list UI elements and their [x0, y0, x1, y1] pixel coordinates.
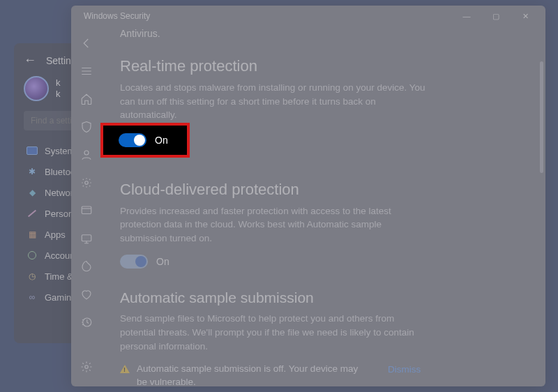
time-icon: ◷ — [27, 271, 38, 282]
svg-point-1 — [85, 181, 89, 185]
accounts-icon — [27, 250, 38, 261]
scrollbar[interactable] — [539, 47, 544, 379]
sidebar-firewall-icon[interactable] — [74, 170, 99, 195]
realtime-title: Real-time protection — [120, 57, 525, 75]
nav-label: System — [45, 146, 75, 156]
svg-point-0 — [84, 151, 89, 155]
avatar — [24, 76, 49, 101]
cloud-toggle[interactable] — [120, 255, 148, 269]
scrollbar-thumb[interactable] — [540, 61, 543, 173]
maximize-button[interactable]: ▢ — [483, 7, 509, 25]
system-icon — [27, 145, 38, 156]
sidebar-settings-icon[interactable] — [74, 354, 99, 379]
realtime-toggle-label: On — [155, 135, 168, 146]
sidebar-performance-icon[interactable] — [74, 254, 99, 279]
profile-name: k — [56, 77, 61, 89]
realtime-toggle[interactable] — [119, 133, 146, 147]
svg-rect-3 — [82, 235, 91, 241]
auto-sample-warning-text: Automatic sample submission is off. Your… — [137, 363, 367, 386]
svg-point-5 — [85, 365, 89, 369]
sidebar-device-icon[interactable] — [74, 226, 99, 251]
auto-sample-desc: Send sample files to Microsoft to help p… — [120, 312, 427, 353]
toggle-knob — [135, 256, 146, 267]
section-auto-sample: Automatic sample submission Send sample … — [120, 289, 525, 386]
realtime-toggle-highlight-area: On — [103, 126, 187, 155]
realtime-desc: Locates and stops malware from installin… — [120, 81, 427, 122]
sidebar-history-icon[interactable] — [74, 310, 99, 335]
warning-icon — [120, 365, 130, 373]
nav-label: Apps — [45, 229, 66, 240]
window-buttons: — ▢ ✕ — [453, 7, 538, 25]
auto-sample-title: Automatic sample submission — [120, 289, 525, 306]
sidebar-family-icon[interactable] — [74, 282, 99, 307]
sidebar-account-icon[interactable] — [74, 142, 99, 167]
cloud-desc: Provides increased and faster protection… — [120, 204, 427, 246]
network-icon: ◆ — [27, 187, 38, 198]
titlebar: Windows Security — ▢ ✕ — [71, 6, 545, 27]
auto-sample-warning-row: Automatic sample submission is off. Your… — [120, 363, 483, 386]
window-title: Windows Security — [84, 11, 150, 21]
sidebar-app-browser-icon[interactable] — [74, 198, 99, 223]
cloud-title: Cloud-delivered protection — [120, 181, 525, 199]
close-button[interactable]: ✕ — [512, 7, 538, 25]
apps-icon: ▦ — [27, 229, 38, 240]
profile-text: k k — [56, 77, 61, 99]
gaming-icon: ∞ — [27, 292, 38, 303]
cloud-toggle-label: On — [156, 256, 169, 267]
sidebar-menu-icon[interactable] — [74, 59, 99, 84]
personalization-icon — [27, 208, 38, 219]
svg-rect-2 — [82, 206, 91, 214]
bluetooth-icon: ✱ — [27, 166, 38, 177]
section-cloud: Cloud-delivered protection Provides incr… — [120, 181, 525, 269]
minimize-button[interactable]: — — [453, 7, 480, 25]
cloud-toggle-row: On — [120, 255, 525, 269]
windows-security-window: Windows Security — ▢ ✕ Antivirus. Real-t… — [71, 6, 545, 386]
sidebar-shield-icon[interactable] — [74, 114, 99, 140]
sidebar-home-icon[interactable] — [74, 86, 99, 112]
back-icon[interactable]: ← — [24, 53, 36, 68]
antivirus-label: Antivirus. — [120, 28, 525, 39]
dismiss-link[interactable]: Dismiss — [388, 364, 421, 375]
profile-sub: k — [56, 89, 61, 100]
security-content: Antivirus. Real-time protection Locates … — [102, 27, 545, 386]
toggle-knob — [134, 135, 145, 146]
security-sidebar — [71, 27, 102, 386]
sidebar-back-icon[interactable] — [74, 31, 99, 56]
security-body: Antivirus. Real-time protection Locates … — [71, 27, 545, 386]
